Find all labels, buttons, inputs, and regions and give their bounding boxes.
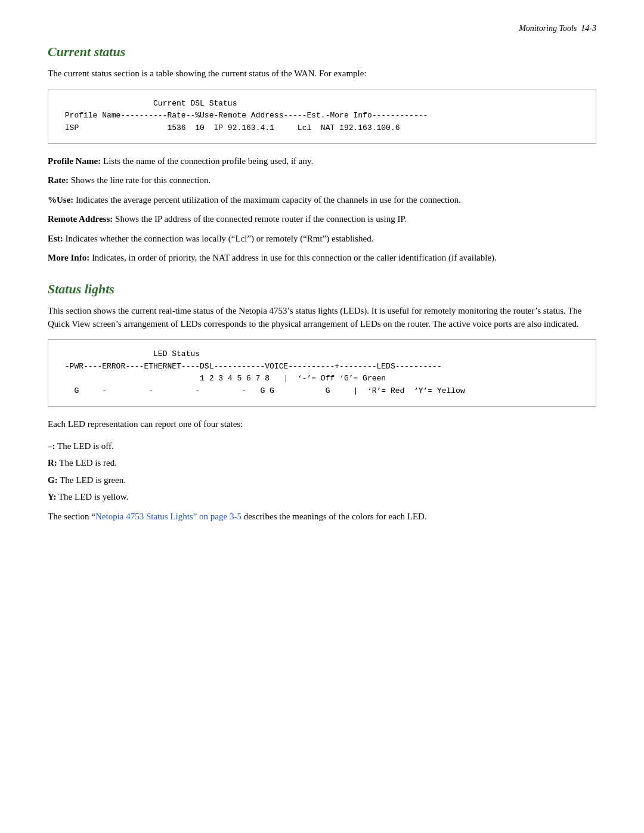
section-link-paragraph: The section “Netopia 4753 Status Lights”… <box>48 510 596 524</box>
field-pct-use-label: %Use: <box>48 195 73 205</box>
field-est: Est: Indicates whether the connection wa… <box>48 232 596 246</box>
led-off-label: –: <box>48 441 55 451</box>
header-page: 14-3 <box>581 24 596 33</box>
status-lights-title: Status lights <box>48 281 596 297</box>
led-yellow-desc: The LED is yellow. <box>58 492 128 501</box>
field-profile-name-desc: Lists the name of the connection profile… <box>103 156 313 166</box>
field-more-info-label: More Info: <box>48 253 89 262</box>
field-remote-address-desc: Shows the IP address of the connected re… <box>115 214 407 224</box>
led-red-label: R: <box>48 458 57 467</box>
led-state-red: R: The LED is red. <box>48 456 596 470</box>
led-state-green: G: The LED is green. <box>48 473 596 487</box>
field-pct-use: %Use: Indicates the average percent util… <box>48 193 596 207</box>
field-remote-address: Remote Address: Shows the IP address of … <box>48 212 596 226</box>
led-states-list: –: The LED is off. R: The LED is red. G:… <box>48 439 596 504</box>
led-state-off: –: The LED is off. <box>48 439 596 453</box>
link-suffix: describes the meanings of the colors for… <box>242 512 427 521</box>
field-pct-use-desc: Indicates the average percent utilizatio… <box>76 195 461 205</box>
field-rate-label: Rate: <box>48 175 69 185</box>
current-status-code-block: Current DSL Status Profile Name---------… <box>48 89 596 144</box>
page-header: Monitoring Tools 14-3 <box>48 24 596 33</box>
field-more-info-desc: Indicates, in order of priority, the NAT… <box>92 253 497 262</box>
status-lights-code-block: LED Status -PWR----ERROR----ETHERNET----… <box>48 339 596 407</box>
led-green-desc: The LED is green. <box>60 475 126 485</box>
field-profile-name-label: Profile Name: <box>48 156 101 166</box>
field-profile-name: Profile Name: Lists the name of the conn… <box>48 154 596 168</box>
field-remote-address-label: Remote Address: <box>48 214 113 224</box>
field-rate: Rate: Shows the line rate for this conne… <box>48 174 596 187</box>
field-est-desc: Indicates whether the connection was loc… <box>66 234 374 243</box>
current-status-intro: The current status section is a table sh… <box>48 67 596 80</box>
current-status-section: Current status The current status sectio… <box>48 44 596 265</box>
led-red-desc: The LED is red. <box>59 458 117 467</box>
field-rate-desc: Shows the line rate for this connection. <box>71 175 211 185</box>
led-yellow-label: Y: <box>48 492 56 501</box>
status-lights-intro: This section shows the current real-time… <box>48 304 596 331</box>
current-status-title: Current status <box>48 44 596 60</box>
link-prefix: The section “ <box>48 512 95 521</box>
led-off-desc: The LED is off. <box>57 441 114 451</box>
led-green-label: G: <box>48 475 58 485</box>
field-est-label: Est: <box>48 234 63 243</box>
field-more-info: More Info: Indicates, in order of priori… <box>48 251 596 265</box>
status-lights-section: Status lights This section shows the cur… <box>48 281 596 523</box>
led-states-intro: Each LED representation can report one o… <box>48 417 596 431</box>
netopia-status-link[interactable]: Netopia 4753 Status Lights” on page 3-5 <box>95 512 242 521</box>
header-title: Monitoring Tools <box>519 24 577 33</box>
led-state-yellow: Y: The LED is yellow. <box>48 490 596 504</box>
